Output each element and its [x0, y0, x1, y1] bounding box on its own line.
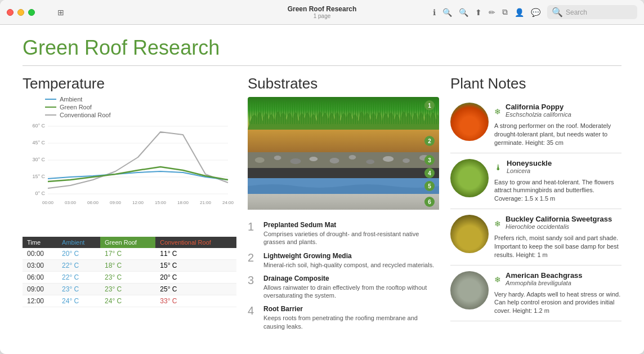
chart-legend: Ambient Green Roof Conventional Roof	[45, 96, 236, 118]
substrate-number: 2	[248, 252, 258, 263]
main-layout: Temperature Ambient Green Roof Conventio…	[23, 75, 621, 348]
plant-item-2: ❄ Buckley California Sweetgrass Hierochl…	[450, 209, 621, 266]
svg-text:09:00: 09:00	[110, 200, 122, 205]
svg-text:12:00: 12:00	[132, 200, 144, 205]
plant-content: ❄ California Poppy Eschscholzia californ…	[494, 103, 621, 147]
legend-item-conventional: Conventional Roof	[45, 112, 236, 118]
svg-point-26	[366, 160, 374, 164]
plant-name: American Beachgrass	[506, 271, 583, 280]
layer-soil: 2	[248, 130, 439, 152]
search-input[interactable]	[566, 8, 633, 16]
plant-icon: 🌡	[494, 163, 502, 172]
table-cell-2-0: 06:00	[23, 272, 57, 284]
svg-point-21	[274, 156, 281, 160]
substrate-title: Root Barrier	[263, 305, 439, 313]
substrate-text: Lightweight Growing Media Mineral-rich s…	[263, 252, 434, 269]
window-icon[interactable]: ⧉	[502, 7, 508, 17]
svg-text:21:00: 21:00	[200, 200, 212, 205]
edit-icon[interactable]: ✏	[489, 8, 495, 17]
svg-text:60° C: 60° C	[32, 123, 45, 129]
substrates-heading: Substrates	[248, 75, 439, 92]
search-icon: 🔍	[552, 7, 563, 17]
plant-sci-name: Eschscholzia californica	[506, 111, 571, 118]
plant-sci-name: Lonicera	[507, 167, 552, 174]
svg-text:00:00: 00:00	[42, 200, 54, 205]
plant-header: ❄ California Poppy Eschscholzia californ…	[494, 103, 621, 120]
svg-rect-19	[248, 152, 439, 168]
table-cell-2-3: 20° C	[155, 272, 236, 284]
plant-info: California Poppy Eschscholzia californic…	[506, 103, 571, 120]
titlebar-center: Green Roof Research 1 page	[288, 5, 357, 19]
layer-1-number: 1	[424, 100, 435, 110]
plant-name: Honeysuckle	[507, 159, 552, 167]
user-icon[interactable]: 👤	[515, 8, 524, 17]
plant-info: Buckley California Sweetgrass Hierochloe…	[506, 215, 612, 232]
table-cell-4-1: 24° C	[57, 295, 100, 307]
svg-text:03:00: 03:00	[65, 200, 77, 205]
table-cell-3-3: 25° C	[155, 284, 236, 295]
plant-image	[450, 215, 489, 253]
plant-item-1: 🌡 Honeysuckle Lonicera Easy to grow and …	[450, 153, 621, 210]
plant-header: ❄ Buckley California Sweetgrass Hierochl…	[494, 215, 621, 232]
search-bar[interactable]: 🔍	[547, 5, 637, 19]
zoom-out-icon[interactable]: 🔍	[442, 8, 452, 17]
legend-label-ambient: Ambient	[60, 96, 82, 103]
fullscreen-button[interactable]	[28, 9, 35, 16]
sidebar-toggle-icon[interactable]: ⊞	[57, 8, 64, 17]
svg-point-25	[349, 155, 356, 160]
svg-text:24:00: 24:00	[222, 200, 234, 205]
layer-3-number: 3	[424, 155, 435, 165]
table-cell-4-0: 12:00	[23, 295, 57, 307]
info-icon[interactable]: ℹ	[433, 8, 436, 17]
svg-text:15:00: 15:00	[155, 200, 167, 205]
comment-icon[interactable]: 💬	[531, 8, 540, 17]
svg-text:06:00: 06:00	[87, 200, 99, 205]
svg-point-28	[402, 158, 410, 163]
plant-info: American Beachgrass Ammophila breviligul…	[506, 271, 583, 289]
table-cell-4-3: 33° C	[155, 295, 236, 307]
plant-image	[450, 159, 489, 197]
traffic-lights	[7, 9, 35, 16]
titlebar-controls: ⊞	[57, 8, 64, 17]
svg-point-23	[309, 157, 317, 161]
temperature-heading: Temperature	[23, 75, 236, 92]
substrate-number: 1	[248, 221, 258, 232]
close-button[interactable]	[7, 9, 14, 16]
substrate-list: 1 Preplanted Sedum Mat Comprises varieti…	[248, 221, 439, 330]
legend-line-conventional	[45, 114, 56, 116]
plant-name: California Poppy	[506, 103, 571, 111]
substrate-title: Preplanted Sedum Mat	[263, 221, 439, 229]
plants-list: ❄ California Poppy Eschscholzia californ…	[450, 97, 621, 342]
legend-label-conventional: Conventional Roof	[60, 112, 111, 118]
legend-line-ambient	[45, 99, 56, 100]
svg-point-20	[255, 157, 265, 163]
layer-concrete: 6	[248, 194, 439, 210]
plant-info: Honeysuckle Lonicera	[507, 159, 552, 176]
zoom-in-icon[interactable]: 🔍	[459, 8, 468, 17]
temperature-section: Temperature Ambient Green Roof Conventio…	[23, 75, 236, 348]
minimize-button[interactable]	[17, 9, 24, 16]
svg-text:30° C: 30° C	[32, 157, 45, 162]
svg-point-27	[383, 156, 393, 162]
page-title: Green Roof Research	[23, 25, 621, 66]
table-cell-1-2: 18° C	[100, 260, 155, 272]
plant-description: Easy to grow and heat-tolerant. The flow…	[494, 178, 621, 203]
plant-icon: ❄	[494, 107, 501, 116]
layer-6-number: 6	[424, 197, 435, 207]
substrate-text: Preplanted Sedum Mat Comprises varieties…	[263, 221, 439, 246]
share-icon[interactable]: ⬆	[475, 8, 482, 17]
substrate-text: Root Barrier Keeps roots from penetratin…	[263, 305, 439, 330]
col-greenroof: Green Roof	[100, 237, 155, 248]
table-cell-0-0: 00:00	[23, 248, 57, 260]
table-cell-1-3: 15° C	[155, 260, 236, 272]
svg-point-24	[330, 158, 339, 163]
plant-icon: ❄	[494, 275, 501, 284]
plant-icon: ❄	[494, 219, 501, 228]
substrate-description: Mineral-rich soil, high-quality compost,…	[263, 261, 434, 269]
layer-5-number: 5	[424, 181, 435, 191]
legend-item-ambient: Ambient	[45, 96, 236, 103]
plant-header: 🌡 Honeysuckle Lonicera	[494, 159, 621, 176]
substrate-number: 3	[248, 275, 258, 286]
legend-label-greenroof: Green Roof	[60, 104, 92, 110]
substrate-description: Comprises varieties of drought- and fros…	[263, 230, 439, 246]
